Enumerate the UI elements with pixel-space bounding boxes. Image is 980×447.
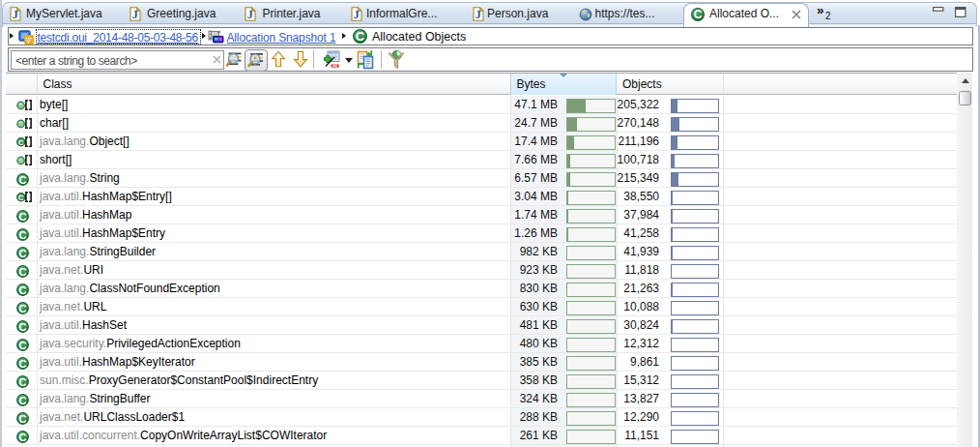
svg-text:C: C bbox=[356, 29, 365, 44]
svg-text:J: J bbox=[247, 8, 253, 21]
svg-text:C: C bbox=[19, 339, 27, 350]
svg-text:C: C bbox=[19, 210, 27, 222]
svg-text:J: J bbox=[13, 8, 18, 21]
svg-text:C: C bbox=[19, 265, 27, 277]
svg-text:C: C bbox=[19, 357, 27, 369]
svg-text:C: C bbox=[19, 247, 27, 258]
svg-text:C: C bbox=[19, 431, 27, 442]
svg-text:C: C bbox=[19, 320, 27, 332]
svg-text:C: C bbox=[18, 138, 24, 147]
svg-text:C: C bbox=[19, 394, 27, 405]
svg-text:C: C bbox=[19, 283, 27, 295]
svg-text:C: C bbox=[19, 412, 27, 424]
svg-text:J: J bbox=[354, 8, 360, 21]
svg-text:C: C bbox=[18, 194, 24, 202]
svg-text:C: C bbox=[19, 228, 27, 240]
svg-text:C: C bbox=[19, 173, 27, 185]
svg-text:C: C bbox=[694, 8, 703, 21]
svg-text:J: J bbox=[476, 8, 481, 21]
svg-text:J: J bbox=[132, 8, 138, 21]
svg-text:C: C bbox=[19, 375, 27, 387]
svg-text:C: C bbox=[19, 302, 27, 313]
